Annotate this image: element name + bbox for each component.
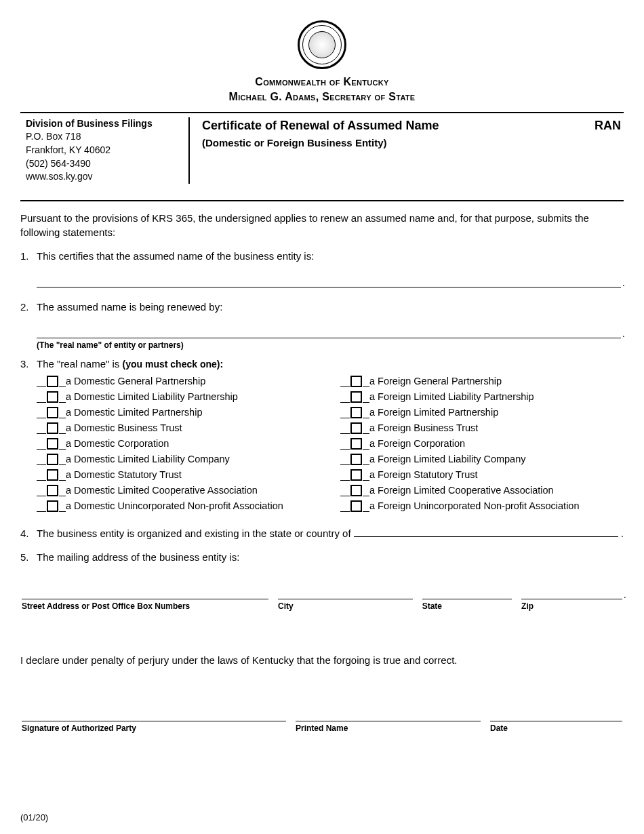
- checkbox-label: a Foreign Limited Liability Company: [369, 452, 526, 466]
- foreign-column: a Foreign General Partnership a Foreign …: [340, 374, 624, 514]
- division-phone: (502) 564-3490: [26, 157, 180, 171]
- checkbox-label: a Domestic Unincorporated Non-profit Ass…: [66, 499, 283, 513]
- division-citystate: Frankfort, KY 40602: [26, 144, 180, 157]
- item-text-3-note: (you must check one):: [123, 359, 224, 370]
- commonwealth-heading: Commonwealth of Kentucky: [20, 75, 624, 90]
- division-address-block: Division of Business Filings P.O. Box 71…: [20, 117, 190, 184]
- checkbox-domestic-general-partnership[interactable]: [47, 376, 58, 387]
- date-field[interactable]: [490, 708, 622, 721]
- item-number-1: 1.: [20, 249, 37, 263]
- city-field[interactable]: [278, 586, 413, 599]
- item-number-3: 3.: [20, 357, 37, 372]
- seal-icon: [298, 20, 346, 69]
- revision-date: (01/20): [20, 812, 48, 824]
- checkbox-label: a Foreign Unincorporated Non-profit Asso…: [369, 499, 580, 513]
- item-number-4: 4.: [20, 526, 37, 540]
- checkbox-domestic-corporation[interactable]: [47, 438, 58, 450]
- street-address-field[interactable]: [22, 586, 268, 599]
- secretary-heading: Michael G. Adams, Secretary of State: [20, 90, 624, 104]
- checkbox-label: a Foreign Limited Partnership: [369, 405, 498, 419]
- checkbox-label: a Domestic Limited Liability Partnership: [66, 390, 238, 403]
- city-label: City: [278, 601, 413, 612]
- checkbox-label: a Foreign Corporation: [369, 437, 465, 450]
- division-title: Division of Business Filings: [26, 117, 180, 131]
- item-text-3: The "real name" is (you must check one):: [37, 357, 624, 372]
- state-seal: [20, 20, 624, 69]
- printed-name-label: Printed Name: [296, 723, 481, 734]
- renewed-by-field[interactable]: [37, 323, 621, 338]
- division-pobox: P.O. Box 718: [26, 130, 180, 144]
- checkbox-foreign-lca[interactable]: [350, 485, 362, 496]
- checkbox-foreign-business-trust[interactable]: [350, 422, 362, 434]
- assumed-name-field[interactable]: [37, 273, 621, 287]
- checkbox-label: a Foreign Limited Cooperative Associatio…: [369, 483, 554, 497]
- item-text-5: The mailing address of the business enti…: [37, 550, 624, 564]
- form-title: Certificate of Renewal of Assumed Name: [202, 117, 439, 134]
- checkbox-label: a Domestic Limited Liability Company: [66, 452, 230, 466]
- printed-name-field[interactable]: [296, 708, 481, 721]
- item-text-2: The assumed name is being renewed by:: [37, 300, 624, 314]
- declaration-text: I declare under penalty of perjury under…: [20, 653, 624, 667]
- zip-field[interactable]: [521, 586, 622, 599]
- checkbox-label: a Foreign Business Trust: [369, 421, 478, 435]
- state-label: State: [422, 601, 512, 612]
- checkbox-foreign-general-partnership[interactable]: [350, 376, 362, 387]
- checkbox-domestic-unincorporated[interactable]: [47, 500, 58, 512]
- checkbox-domestic-llp[interactable]: [47, 391, 58, 403]
- division-web: www.sos.ky.gov: [26, 170, 180, 184]
- checkbox-label: a Foreign General Partnership: [369, 374, 502, 388]
- checkbox-foreign-llp[interactable]: [350, 391, 362, 403]
- checkbox-domestic-lca[interactable]: [47, 485, 58, 496]
- checkbox-foreign-llc[interactable]: [350, 454, 362, 465]
- checkbox-domestic-llc[interactable]: [47, 454, 58, 465]
- signature-field[interactable]: [22, 708, 286, 721]
- checkbox-foreign-lp[interactable]: [350, 407, 362, 418]
- checkbox-label: a Domestic General Partnership: [66, 374, 205, 388]
- item-text-4: The business entity is organized and exi…: [37, 526, 351, 540]
- state-field[interactable]: [422, 586, 512, 599]
- real-name-caption: (The "real name" of entity or partners): [37, 340, 624, 351]
- item-number-2: 2.: [20, 300, 37, 314]
- signature-label: Signature of Authorized Party: [22, 723, 286, 734]
- checkbox-label: a Foreign Statutory Trust: [369, 468, 478, 481]
- zip-label: Zip: [521, 601, 622, 612]
- form-code: RAN: [595, 117, 624, 134]
- date-label: Date: [490, 723, 622, 734]
- checkbox-foreign-statutory-trust[interactable]: [350, 469, 362, 481]
- checkbox-label: a Domestic Limited Cooperative Associati…: [66, 483, 258, 497]
- item-text-1: This certifies that the assumed name of …: [37, 249, 624, 263]
- checkbox-label: a Foreign Limited Liability Partnership: [369, 390, 534, 403]
- checkbox-domestic-business-trust[interactable]: [47, 422, 58, 434]
- intro-paragraph: Pursuant to the provisions of KRS 365, t…: [20, 211, 624, 239]
- checkbox-foreign-unincorporated[interactable]: [350, 500, 362, 512]
- checkbox-label: a Domestic Corporation: [66, 437, 169, 450]
- item-number-5: 5.: [20, 550, 37, 564]
- form-subtitle: (Domestic or Foreign Business Entity): [202, 136, 439, 150]
- checkbox-label: a Domestic Statutory Trust: [66, 468, 182, 481]
- checkbox-foreign-corporation[interactable]: [350, 438, 362, 450]
- checkbox-domestic-lp[interactable]: [47, 407, 58, 418]
- checkbox-label: a Domestic Limited Partnership: [66, 405, 202, 419]
- domestic-column: a Domestic General Partnership a Domesti…: [37, 374, 320, 514]
- state-country-field[interactable]: [354, 526, 618, 537]
- checkbox-label: a Domestic Business Trust: [66, 421, 182, 435]
- item-text-3-prefix: The "real name" is: [37, 358, 123, 370]
- street-label: Street Address or Post Office Box Number…: [22, 601, 268, 612]
- checkbox-domestic-statutory-trust[interactable]: [47, 469, 58, 481]
